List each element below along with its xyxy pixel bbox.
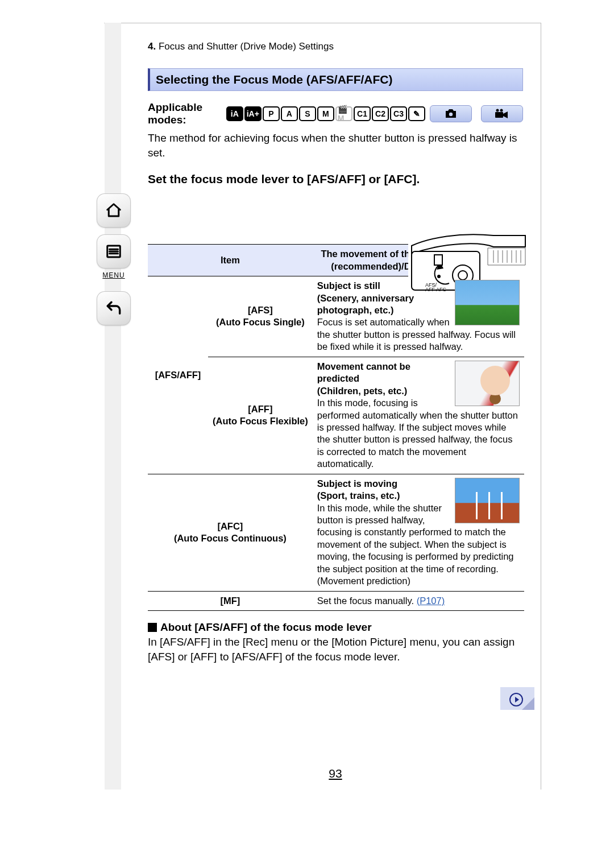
frame-rule-right bbox=[541, 23, 541, 790]
mode-chip-movie-m: 🎬M bbox=[335, 106, 352, 121]
afs-title: Subject is still bbox=[317, 280, 380, 291]
about-heading-text: About [AFS/AFF] of the focus mode lever bbox=[160, 621, 372, 633]
back-arrow-icon bbox=[105, 299, 123, 317]
afc-title: Subject is moving bbox=[317, 478, 397, 489]
mode-media-indicators bbox=[430, 105, 523, 122]
aff-body: In this mode, focusing is performed auto… bbox=[317, 398, 518, 469]
next-arrow-icon bbox=[509, 693, 523, 706]
page-gutter bbox=[105, 23, 121, 790]
photo-mode-pill bbox=[430, 105, 472, 122]
svg-rect-22 bbox=[434, 255, 442, 265]
aff-title: Movement cannot be predicted bbox=[317, 361, 410, 383]
thumb-scenery bbox=[455, 280, 520, 325]
mf-body: Set the focus manually. bbox=[317, 596, 417, 606]
table-row-afc: [AFC] (Auto Focus Continuous) Subject is… bbox=[148, 474, 524, 591]
back-button[interactable] bbox=[97, 291, 131, 325]
section-lead: The method for achieving focus when the … bbox=[148, 131, 523, 160]
mode-chip-s: S bbox=[299, 106, 316, 121]
video-mode-pill bbox=[481, 105, 523, 122]
item-afc-sub: (Auto Focus Continuous) bbox=[174, 533, 287, 543]
chapter-title: Focus and Shutter (Drive Mode) Settings bbox=[159, 41, 334, 52]
item-aff-sub: (Auto Focus Flexible) bbox=[213, 416, 308, 426]
home-button[interactable] bbox=[97, 193, 131, 228]
mode-chip-p: P bbox=[263, 106, 280, 121]
item-afc-name: [AFC] bbox=[217, 521, 243, 531]
item-afs-name: [AFS] bbox=[248, 305, 273, 315]
about-body: In [AFS/AFF] in the [Rec] menu or the [M… bbox=[148, 635, 523, 664]
svg-rect-5 bbox=[495, 112, 503, 118]
desc-aff: Movement cannot be predicted (Children, … bbox=[313, 357, 524, 474]
square-bullet-icon bbox=[148, 623, 157, 632]
home-icon bbox=[105, 202, 122, 219]
table-row-mf: [MF] Set the focus manually. (P107) bbox=[148, 591, 524, 610]
mf-page-link[interactable]: (P107) bbox=[417, 596, 445, 606]
item-aff-name: [AFF] bbox=[248, 404, 272, 414]
page-number[interactable]: 93 bbox=[136, 767, 534, 780]
mode-chip-ia: iA bbox=[226, 106, 243, 121]
mode-chip-creative: ✎ bbox=[408, 106, 425, 121]
mode-icons: iA iA+ P A S M 🎬M C1 C2 C3 ✎ bbox=[226, 106, 425, 121]
focus-mode-table: Item The movement of the subject and the… bbox=[148, 244, 524, 611]
corner-fold-icon bbox=[522, 697, 534, 710]
desc-afs: Subject is still (Scenery, anniversary p… bbox=[313, 276, 524, 357]
table-header-item: Item bbox=[148, 245, 313, 276]
page: MENU 4. Focus and Shutter (Drive Mode) S… bbox=[0, 0, 614, 868]
group-afs-aff: [AFS/AFF] bbox=[148, 276, 208, 474]
thumb-sport bbox=[455, 478, 520, 523]
item-afs-sub: (Auto Focus Single) bbox=[216, 317, 305, 327]
menu-label[interactable]: MENU bbox=[97, 271, 131, 279]
chapter-heading: 4. Focus and Shutter (Drive Mode) Settin… bbox=[136, 23, 534, 68]
main-content: 4. Focus and Shutter (Drive Mode) Settin… bbox=[136, 23, 534, 664]
item-afs: [AFS] (Auto Focus Single) bbox=[208, 276, 313, 357]
desc-mf: Set the focus manually. (P107) bbox=[313, 591, 524, 610]
camera-icon bbox=[444, 109, 458, 119]
aff-subtitle: (Children, pets, etc.) bbox=[317, 386, 408, 396]
afc-subtitle: (Sport, trains, etc.) bbox=[317, 490, 400, 501]
section-instruction: Set the focus mode lever to [AFS/AFF] or… bbox=[148, 172, 523, 186]
next-page-corner[interactable] bbox=[500, 687, 534, 710]
applicable-modes-label: Applicable modes: bbox=[148, 101, 222, 126]
list-icon bbox=[105, 243, 122, 260]
mode-chip-c3: C3 bbox=[390, 106, 407, 121]
svg-point-7 bbox=[500, 109, 503, 112]
svg-point-6 bbox=[496, 109, 499, 112]
mode-chip-a: A bbox=[281, 106, 298, 121]
contents-button[interactable] bbox=[97, 234, 131, 268]
mode-chip-c2: C2 bbox=[372, 106, 389, 121]
afs-subtitle: (Scenery, anniversary photograph, etc.) bbox=[317, 293, 414, 315]
applicable-modes-row: Applicable modes: iA iA+ P A S M 🎬M C1 C… bbox=[148, 101, 523, 126]
mode-chip-m: M bbox=[317, 106, 334, 121]
mode-chip-ia-plus: iA+ bbox=[244, 106, 262, 121]
video-icon bbox=[495, 109, 509, 119]
svg-point-4 bbox=[449, 113, 453, 116]
item-afc: [AFC] (Auto Focus Continuous) bbox=[148, 474, 313, 591]
about-heading: About [AFS/AFF] of the focus mode lever bbox=[148, 621, 523, 634]
table-row-afs: [AFS/AFF] [AFS] (Auto Focus Single) Subj… bbox=[148, 276, 524, 357]
thumb-child bbox=[455, 361, 520, 406]
item-mf: [MF] bbox=[148, 591, 313, 610]
item-aff: [AFF] (Auto Focus Flexible) bbox=[208, 357, 313, 474]
chapter-number: 4. bbox=[148, 41, 156, 52]
section-heading: Selecting the Focus Mode (AFS/AFF/AFC) bbox=[148, 68, 523, 91]
mode-chip-c1: C1 bbox=[354, 106, 371, 121]
desc-afc: Subject is moving (Sport, trains, etc.) … bbox=[313, 474, 524, 591]
